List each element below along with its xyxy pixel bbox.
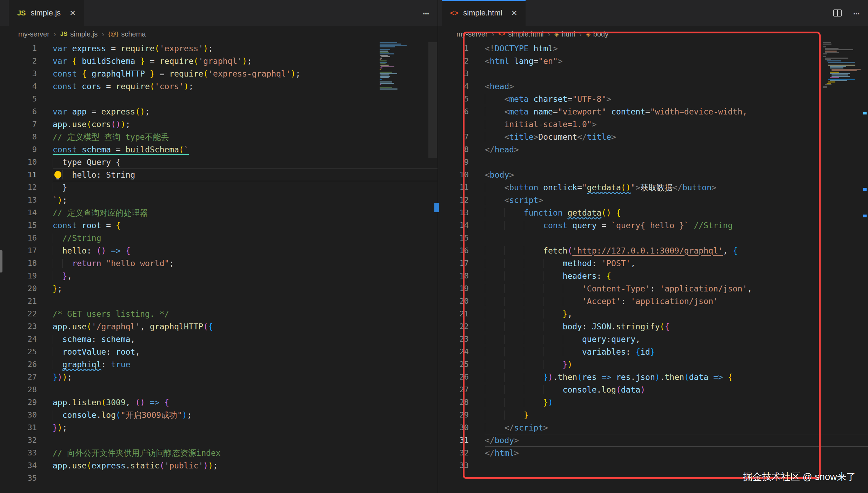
code-line[interactable]: 31</body> [438, 434, 868, 447]
vertical-scrollbar[interactable] [428, 42, 438, 493]
code-line[interactable]: 2var { buildSchema } = require('graphql'… [0, 55, 438, 67]
code-line[interactable]: 3const { graphqlHTTP } = require('expres… [0, 67, 438, 80]
code-line[interactable]: 18 headers: { [438, 270, 868, 282]
code-line[interactable]: 26 graphiql: true [0, 358, 438, 371]
code-line[interactable]: 31}); [0, 421, 438, 434]
code-token: const [53, 145, 77, 155]
code-line[interactable]: 13 function getdata() { [438, 206, 868, 219]
code-token [53, 158, 62, 167]
code-line[interactable]: 3 [438, 67, 868, 80]
breadcrumb-item-simple-html[interactable]: <> simple.html [499, 30, 544, 38]
gutter-space [37, 346, 53, 358]
split-editor-icon[interactable] [832, 8, 843, 18]
code-line[interactable]: 11 hello: String [0, 169, 438, 181]
code-line[interactable]: 9 [438, 156, 868, 169]
tab-simple-js[interactable]: JS simple.js × [9, 0, 84, 26]
breadcrumb-item-simple-js[interactable]: JS simple.js [60, 30, 98, 38]
code-token [485, 221, 543, 230]
code-line[interactable]: 33 [438, 459, 868, 472]
code-line[interactable]: 19 }, [0, 270, 438, 282]
code-line[interactable]: initial-scale=1.0"> [438, 118, 868, 131]
code-editor[interactable]: 1<!DOCTYPE html>2<html lang="en">34<head… [438, 42, 868, 493]
code-line[interactable]: 27 console.log(data) [438, 383, 868, 396]
code-line[interactable]: 19 'Content-Type': 'application/json', [438, 282, 868, 295]
code-line[interactable]: 35 [0, 472, 438, 485]
code-line[interactable]: 21 [0, 295, 438, 308]
code-line[interactable]: 25 rootValue: root, [0, 346, 438, 358]
breadcrumb-item-my-server[interactable]: my-server [18, 30, 49, 38]
code-line[interactable]: 24 variables: {id} [438, 346, 868, 358]
code-token: ( [203, 69, 208, 78]
code-line[interactable]: 16 //String [0, 232, 438, 244]
code-line[interactable]: 30 </script> [438, 421, 868, 434]
minimap[interactable] [823, 42, 862, 90]
code-line[interactable]: 1var express = require('express'); [0, 42, 438, 55]
code-line[interactable]: 7app.use(cors()); [0, 118, 438, 131]
code-line[interactable]: 5 [0, 93, 438, 105]
code-line[interactable]: 2<html lang="en"> [438, 55, 868, 67]
code-line[interactable]: 23app.use('/graphql', graphqlHTTP({ [0, 320, 438, 333]
code-line[interactable]: 13`); [0, 194, 438, 206]
code-line[interactable]: 32</html> [438, 447, 868, 459]
code-line[interactable]: 30 console.log("开启3009成功"); [0, 409, 438, 421]
code-line[interactable]: 22/* GET users listing. */ [0, 308, 438, 320]
code-editor[interactable]: 1var express = require('express');2var {… [0, 42, 438, 493]
code-line[interactable]: 29app.listen(3009, () => { [0, 396, 438, 409]
code-line[interactable]: 12 } [0, 181, 438, 194]
code-token: { [72, 57, 77, 66]
code-line[interactable]: 18 return "hello world"; [0, 257, 438, 270]
code-line[interactable]: 22 body: JSON.stringify({ [438, 320, 868, 333]
code-line[interactable]: 10 type Query { [0, 156, 438, 169]
code-line[interactable]: 28 [0, 383, 438, 396]
code-line[interactable]: 8</head> [438, 143, 868, 156]
code-token: ( [567, 246, 572, 255]
code-line[interactable]: 34app.use(express.static('public')); [0, 459, 438, 472]
code-line[interactable]: 20}; [0, 282, 438, 295]
code-line[interactable]: 15 [438, 232, 868, 244]
code-line[interactable]: 17 method: 'POST', [438, 257, 868, 270]
lightbulb-icon[interactable] [54, 171, 61, 178]
breadcrumb-item-my-server[interactable]: my-server [456, 30, 488, 38]
more-actions-icon[interactable]: ⋯ [423, 7, 430, 19]
code-line[interactable]: 21 }, [438, 308, 868, 320]
code-line[interactable]: 28 }) [438, 396, 868, 409]
code-line[interactable]: 32 [0, 434, 438, 447]
code-line[interactable]: 1<!DOCTYPE html> [438, 42, 868, 55]
code-token [87, 69, 92, 78]
code-line[interactable]: 16 fetch('http://127.0.0.1:3009/graphql'… [438, 244, 868, 257]
code-line[interactable]: 33// 向外公开文件夹供用户访问静态资源index [0, 447, 438, 459]
minimap[interactable] [380, 42, 422, 91]
code-line[interactable]: 29 } [438, 409, 868, 421]
code-line[interactable]: 10<body> [438, 169, 868, 181]
vertical-scrollbar[interactable] [863, 42, 868, 493]
code-line[interactable]: 12 <script> [438, 194, 868, 206]
breadcrumb-item-schema[interactable]: {@} schema [108, 30, 146, 38]
code-line[interactable]: 24 schema: schema, [0, 333, 438, 346]
close-icon[interactable]: × [70, 8, 75, 18]
close-icon[interactable]: × [512, 8, 517, 18]
code-line[interactable]: 11 <button onclick="getdata()">获取数据</but… [438, 181, 868, 194]
tab-simple-html[interactable]: <> simple.html × [442, 0, 526, 26]
code-line[interactable]: 4const cors = require('cors'); [0, 80, 438, 93]
code-line[interactable]: 17 hello: () => { [0, 244, 438, 257]
more-actions-icon[interactable]: ⋯ [853, 7, 860, 19]
code-line[interactable]: 15const root = { [0, 219, 438, 232]
code-line[interactable]: 14 const query = `query{ hello }` //Stri… [438, 219, 868, 232]
code-line[interactable]: 25 }) [438, 358, 868, 371]
code-line[interactable]: 4<head> [438, 80, 868, 93]
code-line[interactable]: 6var app = express(); [0, 105, 438, 118]
breadcrumb-item-html[interactable]: ◈ html [554, 30, 575, 38]
breadcrumb-item-body[interactable]: ◈ body [586, 30, 608, 38]
code-line[interactable]: 9const schema = buildSchema(` [0, 143, 438, 156]
code-line[interactable]: 26 }).then(res => res.json).then(data =>… [438, 371, 868, 383]
code-line[interactable]: 8// 定义模型 查询 type不能丢 [0, 131, 438, 143]
code-line[interactable]: 27})); [0, 371, 438, 383]
code-line[interactable]: 14// 定义查询对应的处理器 [0, 206, 438, 219]
code-line[interactable]: 23 query:query, [438, 333, 868, 346]
code-line[interactable]: 7 <title>Document</title> [438, 131, 868, 143]
code-line[interactable]: 6 <meta name="viewport" content="width=d… [438, 105, 868, 118]
code-line[interactable]: 5 <meta charset="UTF-8"> [438, 93, 868, 105]
minimap-line [828, 79, 855, 80]
scrollbar-thumb[interactable] [428, 42, 437, 158]
code-line[interactable]: 20 'Accept': 'application/json' [438, 295, 868, 308]
